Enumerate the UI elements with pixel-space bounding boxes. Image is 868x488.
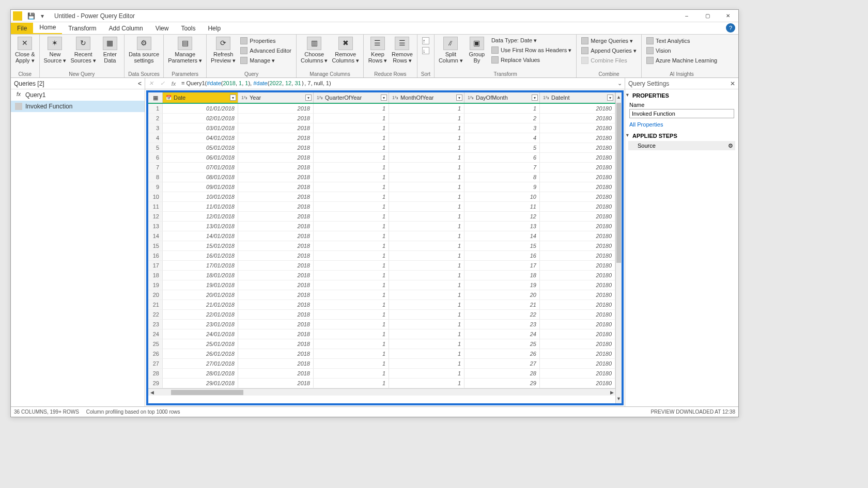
cell-date[interactable]: 26/01/2018 [163, 349, 238, 359]
cell-day[interactable]: 29 [464, 379, 540, 388]
cell-date[interactable]: 16/01/2018 [163, 251, 238, 261]
cell-year[interactable]: 2018 [238, 379, 314, 388]
cell-dateint[interactable]: 20180 [540, 300, 615, 310]
cell-month[interactable]: 1 [389, 202, 464, 212]
cell-dateint[interactable]: 20180 [540, 310, 615, 320]
hscroll-thumb[interactable] [171, 390, 243, 395]
cell-dateint[interactable]: 20180 [540, 163, 615, 172]
filter-dropdown-icon[interactable]: ▾ [456, 95, 462, 101]
azure-ml-button[interactable]: Azure Machine Learning [645, 56, 719, 65]
cell-date[interactable]: 03/01/2018 [163, 123, 238, 133]
first-row-headers-button[interactable]: Use First Row as Headers ▾ [490, 46, 573, 54]
close-settings-icon[interactable]: ✕ [730, 80, 735, 87]
cell-quarter[interactable]: 1 [314, 359, 389, 369]
cell-year[interactable]: 2018 [238, 339, 314, 349]
cell-date[interactable]: 13/01/2018 [163, 222, 238, 231]
cell-date[interactable]: 08/01/2018 [163, 172, 238, 182]
cell-month[interactable]: 1 [389, 182, 464, 192]
tab-tools[interactable]: Tools [175, 23, 202, 34]
cell-day[interactable]: 25 [464, 339, 540, 349]
table-row[interactable]: 808/01/2018201811820180 [148, 172, 615, 182]
tab-home[interactable]: Home [33, 22, 62, 34]
table-row[interactable]: 2626/01/20182018112620180 [148, 349, 615, 359]
cell-date[interactable]: 20/01/2018 [163, 290, 238, 300]
cell-year[interactable]: 2018 [238, 222, 314, 231]
properties-button[interactable]: Properties [239, 37, 293, 45]
cell-quarter[interactable]: 1 [314, 114, 389, 123]
cell-year[interactable]: 2018 [238, 133, 314, 143]
cell-dateint[interactable]: 20180 [540, 153, 615, 163]
cell-year[interactable]: 2018 [238, 271, 314, 280]
cell-quarter[interactable]: 1 [314, 290, 389, 300]
cell-dateint[interactable]: 20180 [540, 222, 615, 231]
cell-day[interactable]: 21 [464, 300, 540, 310]
cell-day[interactable]: 11 [464, 202, 540, 212]
cell-month[interactable]: 1 [389, 104, 464, 114]
table-row[interactable]: 1818/01/20182018111820180 [148, 271, 615, 280]
remove-rows-button[interactable]: ☰RemoveRows ▾ [390, 36, 415, 65]
cell-day[interactable]: 12 [464, 212, 540, 222]
table-row[interactable]: 2121/01/20182018112120180 [148, 300, 615, 310]
cell-month[interactable]: 1 [389, 339, 464, 349]
table-row[interactable]: 1313/01/20182018111320180 [148, 222, 615, 231]
properties-section-header[interactable]: PROPERTIES [625, 89, 738, 100]
table-row[interactable]: 606/01/2018201811620180 [148, 153, 615, 163]
scroll-up-icon[interactable]: ▲ [616, 93, 622, 101]
filter-dropdown-icon[interactable]: ▾ [607, 95, 613, 101]
cell-day[interactable]: 3 [464, 123, 540, 133]
cell-date[interactable]: 10/01/2018 [163, 192, 238, 202]
table-row[interactable]: 1616/01/20182018111620180 [148, 251, 615, 261]
cell-day[interactable]: 22 [464, 310, 540, 320]
vision-button[interactable]: Vision [645, 46, 719, 55]
column-header-date[interactable]: 📅Date▾ [163, 92, 238, 103]
cell-month[interactable]: 1 [389, 231, 464, 241]
table-row[interactable]: 2727/01/20182018112720180 [148, 359, 615, 369]
cell-dateint[interactable]: 20180 [540, 202, 615, 212]
table-row[interactable]: 1212/01/20182018111220180 [148, 212, 615, 222]
cell-day[interactable]: 7 [464, 163, 540, 172]
cell-date[interactable]: 27/01/2018 [163, 359, 238, 369]
all-properties-link[interactable]: All Properties [625, 119, 738, 130]
formula-commit-icon[interactable]: ✓ [157, 78, 168, 89]
cell-quarter[interactable]: 1 [314, 280, 389, 290]
cell-dateint[interactable]: 20180 [540, 123, 615, 133]
cell-quarter[interactable]: 1 [314, 163, 389, 172]
cell-day[interactable]: 1 [464, 104, 540, 114]
merge-queries-button[interactable]: Merge Queries ▾ [580, 37, 638, 45]
step-gear-icon[interactable]: ⚙ [728, 143, 733, 149]
text-analytics-button[interactable]: Text Analytics [645, 37, 719, 45]
cell-dateint[interactable]: 20180 [540, 241, 615, 251]
cell-day[interactable]: 6 [464, 153, 540, 163]
cell-month[interactable]: 1 [389, 349, 464, 359]
cell-quarter[interactable]: 1 [314, 379, 389, 388]
table-row[interactable]: 2525/01/20182018112520180 [148, 339, 615, 349]
cell-date[interactable]: 01/01/2018 [163, 104, 238, 114]
cell-day[interactable]: 19 [464, 280, 540, 290]
cell-dateint[interactable]: 20180 [540, 231, 615, 241]
cell-dateint[interactable]: 20180 [540, 320, 615, 329]
cell-year[interactable]: 2018 [238, 320, 314, 329]
cell-dateint[interactable]: 20180 [540, 192, 615, 202]
cell-date[interactable]: 04/01/2018 [163, 133, 238, 143]
cell-day[interactable]: 24 [464, 329, 540, 339]
table-row[interactable]: 101/01/2018201811120180 [148, 104, 615, 114]
cell-year[interactable]: 2018 [238, 231, 314, 241]
cell-month[interactable]: 1 [389, 192, 464, 202]
cell-date[interactable]: 02/01/2018 [163, 114, 238, 123]
cell-day[interactable]: 2 [464, 114, 540, 123]
cell-year[interactable]: 2018 [238, 359, 314, 369]
cell-month[interactable]: 1 [389, 280, 464, 290]
filter-dropdown-icon[interactable]: ▾ [532, 95, 538, 101]
recent-sources-button[interactable]: ↻RecentSources ▾ [68, 36, 98, 65]
cell-month[interactable]: 1 [389, 133, 464, 143]
cell-day[interactable]: 4 [464, 133, 540, 143]
column-header-day[interactable]: 1²₃DayOfMonth▾ [464, 92, 540, 103]
cell-month[interactable]: 1 [389, 310, 464, 320]
cell-date[interactable]: 19/01/2018 [163, 280, 238, 290]
cell-dateint[interactable]: 20180 [540, 339, 615, 349]
cell-quarter[interactable]: 1 [314, 251, 389, 261]
cell-dateint[interactable]: 20180 [540, 290, 615, 300]
cell-month[interactable]: 1 [389, 369, 464, 379]
data-source-settings-button[interactable]: ⚙Data sourcesettings [127, 36, 161, 65]
save-icon[interactable]: 💾 [26, 11, 36, 21]
